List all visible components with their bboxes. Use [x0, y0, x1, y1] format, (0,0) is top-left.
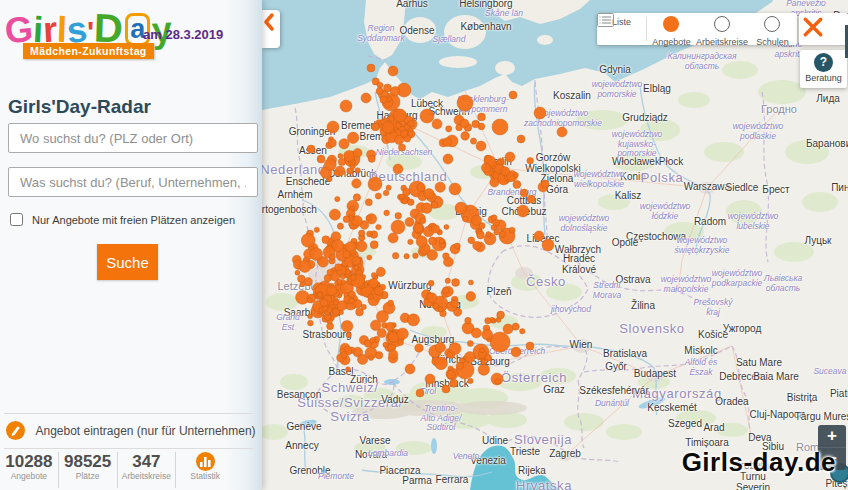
offer-dot[interactable] — [416, 236, 427, 247]
offer-dot[interactable] — [376, 88, 383, 95]
offer-dot[interactable] — [527, 157, 534, 164]
offer-dot[interactable] — [500, 231, 506, 237]
offer-dot[interactable] — [375, 352, 382, 359]
offer-dot[interactable] — [459, 358, 465, 364]
offer-dot[interactable] — [376, 224, 381, 229]
offer-dot[interactable] — [447, 370, 456, 379]
offer-dot[interactable] — [367, 255, 372, 260]
close-button[interactable] — [799, 13, 848, 45]
offer-dot[interactable] — [472, 120, 480, 128]
offer-dot[interactable] — [383, 342, 388, 347]
offer-dot[interactable] — [497, 311, 505, 319]
offer-dot[interactable] — [512, 323, 519, 330]
offer-dot[interactable] — [372, 123, 380, 131]
offer-dot[interactable] — [405, 364, 415, 374]
offer-dot[interactable] — [340, 100, 352, 112]
tab-arbeitskreise[interactable]: Arbeitskreise — [696, 13, 748, 45]
offer-dot[interactable] — [368, 294, 373, 299]
where-search-input[interactable] — [8, 123, 258, 153]
offer-dot[interactable] — [468, 378, 473, 383]
offer-dot[interactable] — [382, 122, 393, 133]
offer-dot[interactable] — [408, 239, 413, 244]
offer-dot[interactable] — [491, 215, 497, 221]
offer-dot[interactable] — [346, 332, 351, 337]
offer-dot[interactable] — [391, 220, 405, 234]
offer-dot[interactable] — [541, 180, 549, 188]
offer-dot[interactable] — [467, 341, 473, 347]
offer-dot[interactable] — [435, 182, 445, 192]
offer-dot[interactable] — [481, 359, 486, 364]
offer-dot[interactable] — [376, 311, 388, 323]
offer-dot[interactable] — [386, 322, 395, 331]
offer-dot[interactable] — [517, 205, 529, 217]
offer-dot[interactable] — [509, 91, 517, 99]
offer-dot[interactable] — [388, 116, 394, 122]
offer-dot[interactable] — [444, 224, 449, 229]
offer-dot[interactable] — [370, 337, 376, 343]
offer-dot[interactable] — [386, 185, 391, 190]
offer-dot[interactable] — [329, 254, 335, 260]
offer-dot[interactable] — [359, 230, 365, 236]
offer-dot[interactable] — [407, 314, 419, 326]
offer-dot[interactable] — [486, 232, 491, 237]
offer-dot[interactable] — [435, 357, 448, 370]
offer-dot[interactable] — [428, 280, 434, 286]
offer-dot[interactable] — [369, 356, 374, 361]
offer-dot[interactable] — [361, 304, 366, 309]
offer-dot[interactable] — [449, 183, 461, 195]
offer-dot[interactable] — [341, 352, 348, 359]
offer-dot[interactable] — [470, 138, 476, 144]
offer-dot[interactable] — [354, 265, 359, 270]
offer-dot[interactable] — [307, 145, 315, 153]
offer-dot[interactable] — [449, 343, 461, 355]
offer-dot[interactable] — [477, 231, 485, 239]
offer-dot[interactable] — [413, 253, 419, 259]
offer-dot[interactable] — [513, 173, 518, 178]
offer-dot[interactable] — [301, 234, 315, 248]
offer-dot[interactable] — [424, 189, 434, 199]
offer-dot[interactable] — [432, 119, 442, 129]
offer-dot[interactable] — [395, 213, 402, 220]
tab-schulen[interactable]: Schulen — [748, 13, 797, 45]
offer-dot[interactable] — [481, 163, 491, 173]
offer-dot[interactable] — [461, 132, 470, 141]
offer-dot[interactable] — [513, 180, 521, 188]
offer-dot[interactable] — [324, 159, 336, 171]
search-button[interactable]: Suche — [97, 244, 158, 280]
offer-dot[interactable] — [340, 274, 345, 279]
offer-dot[interactable] — [427, 293, 437, 303]
offer-dot[interactable] — [464, 352, 475, 363]
offer-dot[interactable] — [298, 275, 306, 283]
offer-dot[interactable] — [466, 292, 476, 302]
offer-dot[interactable] — [465, 317, 471, 323]
offer-dot[interactable] — [317, 292, 322, 297]
offer-dot[interactable] — [425, 374, 435, 384]
offer-dot[interactable] — [388, 300, 394, 306]
offer-dot[interactable] — [446, 126, 452, 132]
offer-dot[interactable] — [338, 153, 343, 158]
offer-dot[interactable] — [485, 318, 491, 324]
offer-dot[interactable] — [389, 350, 398, 359]
offer-dot[interactable] — [455, 202, 467, 214]
offer-dot[interactable] — [495, 379, 501, 385]
offer-dot[interactable] — [365, 199, 372, 206]
offer-dot[interactable] — [393, 164, 403, 174]
offer-dot[interactable] — [308, 314, 313, 319]
tab-angebote[interactable]: Angebote — [647, 13, 696, 45]
offer-dot[interactable] — [299, 260, 311, 272]
offer-dot[interactable] — [376, 267, 385, 276]
tab-liste[interactable]: Liste — [597, 13, 646, 45]
offer-dot[interactable] — [455, 243, 461, 249]
offer-dot[interactable] — [505, 152, 515, 162]
offer-dot[interactable] — [404, 254, 409, 259]
offer-dot[interactable] — [442, 287, 448, 293]
offer-dot[interactable] — [445, 278, 450, 283]
offer-dot[interactable] — [450, 379, 458, 387]
offer-dot[interactable] — [335, 197, 340, 202]
offer-dot[interactable] — [337, 223, 343, 229]
offer-dot[interactable] — [368, 155, 375, 162]
offer-dot[interactable] — [451, 300, 459, 308]
offer-dot[interactable] — [345, 270, 350, 275]
statistik-link[interactable]: Statistik — [175, 452, 234, 488]
offer-dot[interactable] — [443, 253, 450, 260]
